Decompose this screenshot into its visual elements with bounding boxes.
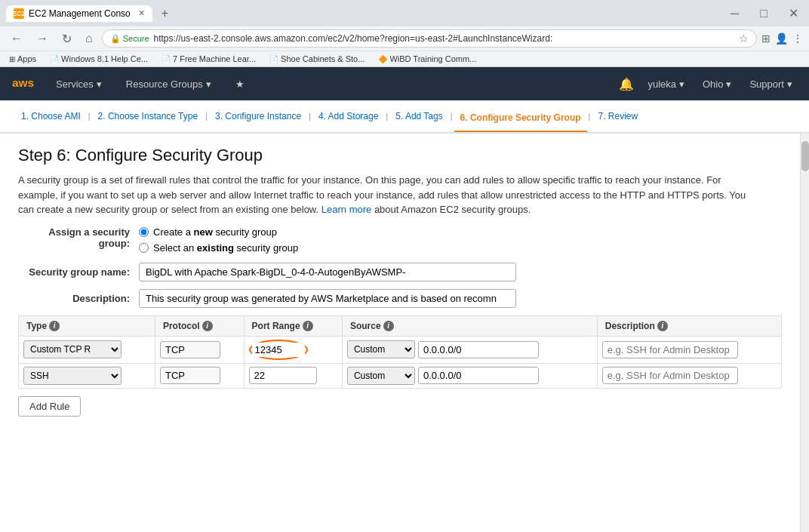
learn-more-link[interactable]: Learn more bbox=[321, 204, 371, 215]
source-info-icon[interactable]: i bbox=[383, 321, 394, 331]
doc-icon-2: 📄 bbox=[161, 55, 171, 63]
radio-existing-group[interactable]: Select an existing security group bbox=[139, 242, 298, 254]
wizard-step-4[interactable]: 4. Add Storage bbox=[312, 108, 384, 125]
add-rule-button[interactable]: Add Rule bbox=[18, 396, 81, 417]
gdrive-icon: 🔶 bbox=[378, 55, 387, 63]
wizard-steps: 1. Choose AMI | 2. Choose Instance Type … bbox=[0, 100, 809, 134]
sg-name-label: Security group name: bbox=[18, 266, 139, 278]
row1-source-select[interactable]: Custom bbox=[347, 340, 415, 358]
refresh-button[interactable]: ↻ bbox=[57, 30, 76, 48]
browser-tab[interactable]: EC2 EC2 Management Conso ✕ bbox=[6, 5, 152, 22]
user-chevron: ▾ bbox=[679, 78, 684, 90]
support-chevron: ▾ bbox=[787, 78, 792, 90]
wizard-sep-2: | bbox=[204, 112, 209, 121]
row1-port-cell bbox=[244, 336, 342, 363]
page-title: Step 6: Configure Security Group bbox=[18, 146, 782, 165]
row1-source-ip[interactable] bbox=[418, 341, 539, 358]
bookmark-wibd[interactable]: 🔶 WiBD Training Comm... bbox=[375, 53, 479, 65]
support-menu[interactable]: Support ▾ bbox=[745, 75, 797, 93]
wizard-step-3[interactable]: 3. Configure Instance bbox=[209, 108, 307, 125]
row1-desc-input[interactable] bbox=[602, 341, 738, 358]
row2-type-cell: SSH bbox=[19, 363, 155, 388]
extensions-button[interactable]: ⊞ bbox=[761, 32, 771, 45]
row2-type-select[interactable]: SSH bbox=[23, 367, 122, 385]
protocol-info-icon[interactable]: i bbox=[202, 321, 213, 331]
aws-navbar: aws Services ▾ Resource Groups ▾ ★ 🔔 yul… bbox=[0, 67, 809, 100]
row2-source-select[interactable]: Custom bbox=[347, 367, 415, 385]
address-bar[interactable]: 🔒 Secure https://us-east-2.console.aws.a… bbox=[102, 29, 757, 48]
wizard-step-1[interactable]: 1. Choose AMI bbox=[15, 108, 87, 125]
row1-source-cell: Custom bbox=[342, 336, 597, 363]
row2-source-ip[interactable] bbox=[418, 367, 539, 384]
aws-nav-right: 🔔 yuleka ▾ Ohio ▾ Support ▾ bbox=[619, 75, 797, 93]
wizard-step-7[interactable]: 7. Review bbox=[592, 108, 644, 125]
radio-existing-input[interactable] bbox=[139, 243, 149, 253]
bookmark-star[interactable]: ☆ bbox=[739, 32, 749, 45]
row1-protocol-cell bbox=[155, 336, 244, 363]
row1-type-select[interactable]: Custom TCP R bbox=[23, 340, 122, 358]
browser-titlebar: EC2 EC2 Management Conso ✕ + ─ □ ✕ bbox=[0, 0, 809, 26]
wizard-sep-3: | bbox=[307, 112, 312, 121]
rules-table-header: Type i Protocol i Port Range i bbox=[19, 315, 782, 336]
bell-icon[interactable]: 🔔 bbox=[619, 77, 634, 91]
forward-button[interactable]: → bbox=[32, 30, 53, 47]
description-label: Description: bbox=[18, 293, 139, 304]
resource-groups-menu[interactable]: Resource Groups ▾ bbox=[122, 75, 216, 93]
description-info-icon[interactable]: i bbox=[657, 321, 668, 331]
region-menu[interactable]: Ohio ▾ bbox=[698, 75, 736, 93]
rules-table-header-row: Type i Protocol i Port Range i bbox=[19, 315, 782, 336]
maximize-button[interactable]: □ bbox=[755, 5, 772, 22]
wizard-step-5[interactable]: 5. Add Tags bbox=[389, 108, 449, 125]
services-menu[interactable]: Services ▾ bbox=[51, 75, 106, 93]
bookmark-windows[interactable]: 📄 Windows 8.1 Help Ce... bbox=[47, 53, 151, 65]
scrollbar[interactable] bbox=[800, 134, 809, 532]
radio-existing-label: Select an existing security group bbox=[153, 242, 298, 254]
aws-logo-svg: aws bbox=[12, 76, 36, 91]
doc-icon: 📄 bbox=[50, 55, 59, 63]
wizard-sep-4: | bbox=[384, 112, 389, 121]
aws-logo[interactable]: aws bbox=[12, 76, 36, 91]
type-info-icon[interactable]: i bbox=[49, 321, 60, 331]
bookmark-machine[interactable]: 📄 7 Free Machine Lear... bbox=[158, 53, 259, 65]
user-button[interactable]: 👤 bbox=[775, 32, 788, 45]
row1-port-input[interactable] bbox=[252, 343, 305, 357]
wizard-step-2[interactable]: 2. Choose Instance Type bbox=[92, 108, 205, 125]
resource-chevron: ▾ bbox=[206, 78, 211, 90]
browser-chrome: EC2 EC2 Management Conso ✕ + ─ □ ✕ ← → ↻… bbox=[0, 0, 809, 67]
rules-table-body: Custom TCP R Custom bbox=[19, 336, 782, 388]
radio-new-group[interactable]: Create a new security group bbox=[139, 226, 298, 238]
row2-desc-input[interactable] bbox=[602, 367, 738, 384]
rules-table: Type i Protocol i Port Range i bbox=[18, 315, 782, 389]
home-button[interactable]: ⌂ bbox=[81, 30, 97, 47]
security-group-name-row: Security group name: bbox=[18, 263, 782, 281]
sg-name-input[interactable] bbox=[139, 263, 516, 281]
url-display: https://us-east-2.console.aws.amazon.com… bbox=[154, 33, 734, 44]
user-menu[interactable]: yuleka ▾ bbox=[643, 75, 689, 93]
tab-favicon: EC2 bbox=[14, 8, 24, 19]
apps-icon: ⊞ bbox=[9, 55, 15, 63]
assign-security-section: Assign a security group: Create a new se… bbox=[18, 226, 782, 254]
back-button[interactable]: ← bbox=[6, 30, 27, 47]
wizard-sep-1: | bbox=[87, 112, 92, 121]
bookmark-shoe[interactable]: 📄 Shoe Cabinets & Sto... bbox=[266, 53, 368, 65]
row2-protocol-cell bbox=[155, 363, 244, 388]
row1-desc-cell bbox=[597, 336, 781, 363]
wizard-step-6[interactable]: 6. Configure Security Group bbox=[454, 109, 587, 132]
secure-indicator: 🔒 Secure bbox=[110, 34, 149, 44]
radio-new-label: Create a new security group bbox=[153, 226, 277, 238]
tab-close-button[interactable]: ✕ bbox=[138, 8, 145, 18]
new-tab-button[interactable]: + bbox=[155, 7, 174, 20]
port-info-icon[interactable]: i bbox=[303, 321, 313, 331]
col-protocol: Protocol i bbox=[155, 315, 244, 336]
row2-port-input[interactable] bbox=[249, 367, 317, 384]
table-row: Custom TCP R Custom bbox=[19, 336, 782, 363]
description-input[interactable] bbox=[139, 289, 516, 308]
close-window-button[interactable]: ✕ bbox=[784, 5, 803, 22]
starred-icon[interactable]: ★ bbox=[231, 75, 249, 93]
minimize-button[interactable]: ─ bbox=[726, 5, 743, 22]
menu-button[interactable]: ⋮ bbox=[792, 32, 803, 45]
row2-port-cell bbox=[244, 363, 342, 388]
col-type: Type i bbox=[19, 315, 155, 336]
bookmark-apps[interactable]: ⊞ Apps bbox=[6, 53, 39, 65]
radio-new-input[interactable] bbox=[139, 227, 149, 237]
